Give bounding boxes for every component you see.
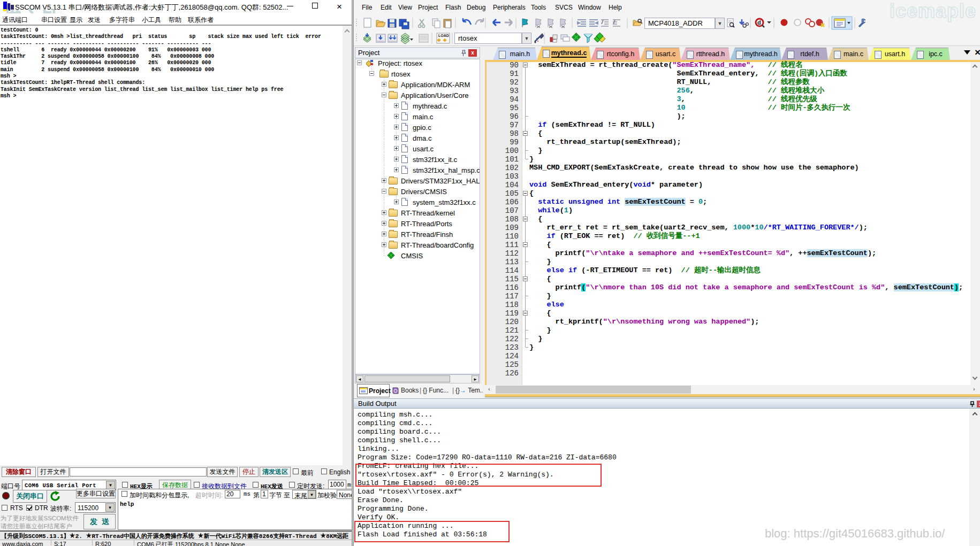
svg-text:LOAD: LOAD <box>438 34 449 37</box>
svg-text:d: d <box>757 19 761 26</box>
